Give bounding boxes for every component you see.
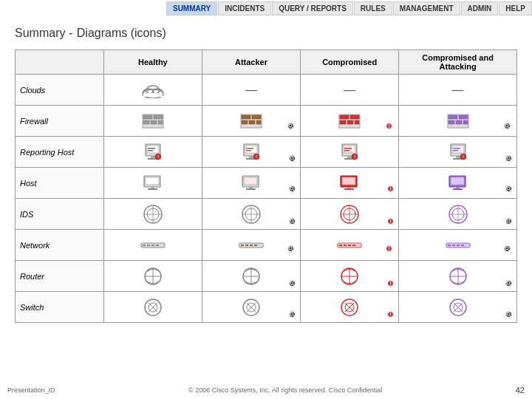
svg-rect-130 xyxy=(461,245,464,246)
svg-rect-64 xyxy=(453,150,458,151)
svg-rect-72 xyxy=(148,188,157,190)
row-label-router: Router xyxy=(16,261,104,292)
cell-reporting-attacker: ! xyxy=(202,137,300,168)
nav-help[interactable]: HELP xyxy=(499,1,532,16)
svg-line-18 xyxy=(292,127,293,129)
cell-switch-healthy xyxy=(103,292,202,323)
svg-point-119 xyxy=(289,247,292,250)
cell-router-compromised: ! xyxy=(301,261,399,292)
svg-point-49 xyxy=(290,157,293,160)
svg-rect-80 xyxy=(342,177,355,185)
svg-rect-71 xyxy=(151,187,154,188)
svg-line-149 xyxy=(510,284,511,286)
svg-rect-21 xyxy=(350,115,359,119)
col-header-compromised: Compromised xyxy=(301,50,399,75)
nav-rules[interactable]: RULES xyxy=(354,1,392,16)
svg-line-98 xyxy=(293,222,295,224)
svg-rect-53 xyxy=(347,156,352,158)
cell-network-healthy xyxy=(103,230,202,261)
svg-rect-112 xyxy=(151,245,154,246)
row-label-reporting-host: Reporting Host xyxy=(16,137,104,168)
svg-rect-15 xyxy=(249,120,255,124)
svg-point-87 xyxy=(507,187,510,190)
svg-line-68 xyxy=(510,160,511,161)
row-label-firewall: Firewall xyxy=(16,106,104,137)
diagrams-table: Healthy Attacker Compromised Compromised… xyxy=(15,50,517,323)
svg-rect-116 xyxy=(245,245,248,246)
svg-rect-127 xyxy=(448,245,451,246)
table-row: Host xyxy=(16,168,517,199)
svg-line-120 xyxy=(292,250,293,251)
svg-point-97 xyxy=(290,219,293,222)
svg-line-159 xyxy=(293,316,295,317)
svg-rect-61 xyxy=(456,156,460,158)
cell-ids-healthy xyxy=(103,199,202,230)
svg-point-17 xyxy=(289,124,292,127)
col-header-healthy: Healthy xyxy=(103,50,202,75)
row-label-network: Network xyxy=(16,230,104,261)
svg-rect-8 xyxy=(143,120,149,124)
svg-rect-118 xyxy=(254,245,257,246)
svg-rect-122 xyxy=(339,245,342,246)
cell-clouds-healthy xyxy=(103,75,202,106)
cell-reporting-healthy: ! xyxy=(103,137,202,168)
cell-router-attacker xyxy=(202,261,300,292)
row-label-host: Host xyxy=(16,168,104,199)
svg-rect-110 xyxy=(143,245,146,246)
svg-rect-30 xyxy=(463,120,468,124)
cell-network-attacker xyxy=(202,230,300,261)
nav-summary[interactable]: SUMMARY xyxy=(166,1,217,16)
svg-point-131 xyxy=(505,247,508,250)
cell-firewall-healthy xyxy=(103,106,202,137)
svg-rect-124 xyxy=(348,245,351,246)
svg-rect-28 xyxy=(449,120,454,124)
cell-router-healthy xyxy=(103,261,202,292)
svg-rect-63 xyxy=(453,148,460,149)
svg-point-158 xyxy=(290,313,293,316)
svg-point-140 xyxy=(290,282,293,284)
col-header-label xyxy=(16,50,104,75)
svg-line-32 xyxy=(508,127,510,129)
svg-rect-75 xyxy=(249,187,253,188)
cell-ids-attacking xyxy=(399,199,517,230)
footer-copyright: © 2006 Cisco Systems, Inc. All rights re… xyxy=(188,386,382,394)
cell-network-attacking xyxy=(399,230,517,261)
cell-switch-attacking xyxy=(399,292,517,323)
svg-line-108 xyxy=(510,222,511,224)
nav-admin[interactable]: ADMIN xyxy=(461,1,499,16)
svg-rect-20 xyxy=(340,115,349,119)
footer: Presentation_ID © 2006 Cisco Systems, In… xyxy=(7,386,525,395)
cell-reporting-attacking: ! xyxy=(399,137,517,168)
svg-line-78 xyxy=(293,190,295,191)
nav-incidents[interactable]: INCIDENTS xyxy=(218,1,271,16)
cell-host-attacking xyxy=(399,168,517,199)
nav-management[interactable]: MANAGEMENT xyxy=(393,1,460,16)
svg-rect-56 xyxy=(344,150,349,151)
svg-rect-9 xyxy=(151,120,157,124)
svg-rect-22 xyxy=(340,120,346,124)
nav-query-reports[interactable]: QUERY / REPORTS xyxy=(272,1,353,16)
svg-line-169 xyxy=(510,316,511,317)
cell-host-healthy xyxy=(103,168,202,199)
svg-point-107 xyxy=(507,219,510,222)
svg-rect-129 xyxy=(457,245,460,246)
svg-rect-82 xyxy=(344,188,354,190)
svg-rect-74 xyxy=(244,177,257,185)
svg-rect-128 xyxy=(452,245,455,246)
svg-rect-37 xyxy=(148,148,155,149)
cell-network-compromised: ! xyxy=(301,230,399,261)
row-label-switch: Switch xyxy=(16,292,104,323)
svg-rect-23 xyxy=(347,120,353,124)
table-row: IDS xyxy=(16,199,517,230)
svg-rect-45 xyxy=(246,148,253,149)
svg-rect-86 xyxy=(453,188,463,190)
svg-rect-76 xyxy=(246,188,256,190)
svg-rect-16 xyxy=(256,120,261,124)
svg-rect-123 xyxy=(344,245,347,246)
svg-rect-13 xyxy=(252,115,261,119)
cell-firewall-attacking xyxy=(399,106,517,137)
col-header-attacking: Compromised and Attacking xyxy=(399,50,517,75)
svg-point-31 xyxy=(505,124,508,127)
top-navigation: SUMMARY INCIDENTS QUERY / REPORTS RULES … xyxy=(166,0,532,16)
svg-rect-81 xyxy=(347,187,351,188)
